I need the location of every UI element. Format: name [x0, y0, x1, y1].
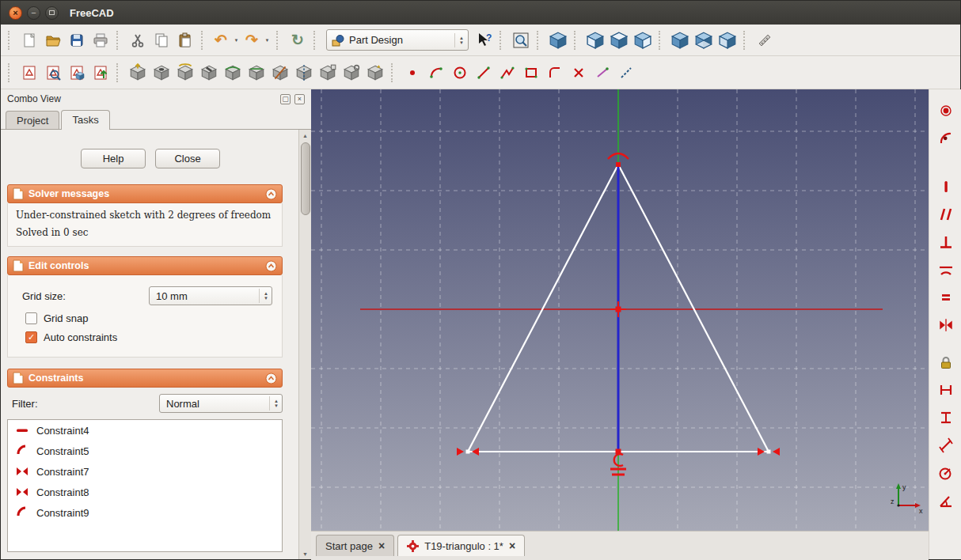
pocket-button[interactable] — [150, 61, 173, 85]
whats-this-button[interactable]: ? — [472, 28, 496, 52]
sketch-rectangle-button[interactable] — [519, 61, 543, 85]
window-maximize-button[interactable] — [45, 6, 59, 20]
bottom-view-button[interactable] — [692, 28, 716, 52]
redo-dropdown-button[interactable]: ▼ — [262, 28, 272, 52]
measure-button[interactable] — [753, 28, 777, 52]
toolbar-drag-handle[interactable] — [116, 63, 120, 82]
constraint-vertical-distance-button[interactable] — [935, 407, 957, 428]
refresh-button[interactable]: ↻ — [286, 28, 310, 52]
constraint-list-item[interactable]: Constraint4 — [8, 420, 282, 441]
tab-start-page[interactable]: Start page × — [316, 535, 394, 556]
constraint-perpendicular-button[interactable] — [935, 232, 957, 252]
map-sketch-button[interactable] — [65, 61, 89, 85]
constraint-radius-button[interactable] — [935, 463, 957, 483]
auto-constraints-checkbox[interactable]: ✓ — [25, 331, 37, 343]
toolbar-drag-handle[interactable] — [537, 31, 541, 50]
multi-transform-button[interactable] — [363, 61, 387, 85]
constraints-header[interactable]: Constraints — [7, 369, 283, 388]
constraint-parallel-button[interactable] — [935, 204, 957, 225]
collapse-button[interactable] — [265, 373, 277, 384]
constraint-angle-button[interactable] — [935, 490, 957, 511]
constraint-coincident-button[interactable] — [935, 100, 957, 121]
polar-pattern-button[interactable] — [340, 61, 363, 85]
grid-size-spinner[interactable]: ▲▼ — [259, 289, 268, 303]
mirrored-button[interactable] — [292, 61, 316, 85]
panel-float-button[interactable]: ▢ — [280, 94, 291, 104]
toolbar-drag-handle[interactable] — [499, 31, 503, 50]
constraint-list-item[interactable]: Constraint5 — [8, 441, 282, 461]
scrollbar-down-button[interactable]: ▼ — [300, 548, 311, 559]
sketch-trim-button[interactable] — [567, 61, 591, 85]
tab-tasks[interactable]: Tasks — [61, 110, 109, 130]
grid-size-dropdown[interactable]: 10 mm ▲▼ — [149, 286, 272, 305]
toolbar-drag-handle[interactable] — [8, 63, 12, 82]
new-document-button[interactable] — [17, 28, 41, 52]
constraint-lock-button[interactable] — [935, 352, 957, 373]
tab-document-t19-triangulo[interactable]: T19-triangulo : 1* × — [397, 535, 525, 556]
panel-close-button[interactable]: × — [294, 94, 305, 104]
revolution-button[interactable] — [173, 61, 197, 85]
constraint-point-on-object-button[interactable] — [935, 128, 957, 149]
grid-snap-checkbox[interactable] — [25, 312, 37, 324]
edit-sketch-button[interactable] — [41, 61, 65, 85]
save-button[interactable] — [65, 28, 89, 52]
sketch-point-button[interactable] — [401, 61, 424, 85]
constraint-tangent-button[interactable] — [935, 259, 957, 280]
close-task-button[interactable]: Close — [155, 149, 220, 168]
window-close-button[interactable]: × — [9, 6, 22, 20]
pad-button[interactable] — [126, 61, 150, 85]
sketch-polyline-button[interactable] — [496, 61, 519, 85]
close-tab-icon[interactable]: × — [378, 540, 385, 551]
toolbar-drag-handle[interactable] — [659, 31, 663, 50]
create-sketch-button[interactable] — [17, 61, 41, 85]
external-geometry-button[interactable] — [591, 61, 614, 85]
tab-project[interactable]: Project — [6, 111, 59, 129]
paste-button[interactable] — [173, 28, 197, 52]
top-view-button[interactable] — [607, 28, 631, 52]
groove-button[interactable] — [197, 61, 221, 85]
help-button[interactable]: Help — [81, 149, 146, 168]
filter-spinner[interactable]: ▲▼ — [269, 396, 279, 411]
linear-pattern-button[interactable] — [316, 61, 340, 85]
scrollbar-up-button[interactable]: ▲ — [300, 130, 311, 141]
fit-all-button[interactable] — [509, 28, 533, 52]
chamfer-button[interactable] — [245, 61, 268, 85]
constraint-distance-button[interactable] — [935, 435, 957, 456]
draft-button[interactable] — [268, 61, 292, 85]
sketch-arc-button[interactable] — [424, 61, 448, 85]
toolbar-drag-handle[interactable] — [116, 31, 120, 50]
open-document-button[interactable] — [41, 28, 65, 52]
collapse-button[interactable] — [265, 260, 277, 272]
solver-messages-header[interactable]: Solver messages — [7, 184, 283, 203]
redo-button[interactable]: ↷ — [241, 29, 262, 51]
cut-button[interactable] — [126, 28, 150, 52]
workbench-selector[interactable]: Part Design ▲▼ — [326, 29, 469, 51]
toolbar-drag-handle[interactable] — [391, 63, 395, 82]
fillet-feature-button[interactable] — [221, 61, 245, 85]
sketch-fillet-button[interactable] — [543, 61, 567, 85]
construction-mode-button[interactable] — [614, 61, 638, 85]
constraint-vertical-button[interactable] — [935, 176, 957, 197]
toolbar-drag-handle[interactable] — [276, 31, 280, 50]
panel-scrollbar[interactable]: ▲ ▼ — [298, 130, 311, 559]
toolbar-drag-handle[interactable] — [8, 31, 12, 50]
constraint-list-item[interactable]: Constraint8 — [8, 482, 282, 502]
copy-button[interactable] — [150, 28, 173, 52]
filter-dropdown[interactable]: Normal ▲▼ — [159, 394, 283, 413]
toolbar-drag-handle[interactable] — [201, 31, 205, 50]
front-view-button[interactable] — [583, 28, 607, 52]
undo-button[interactable]: ↶ — [211, 29, 231, 51]
toolbar-drag-handle[interactable] — [313, 31, 317, 50]
axonometric-view-button[interactable] — [546, 28, 570, 52]
constraint-equal-button[interactable] — [935, 287, 957, 308]
left-view-button[interactable] — [716, 28, 739, 52]
undo-dropdown-button[interactable]: ▼ — [231, 28, 241, 52]
constraint-list-item[interactable]: Constraint9 — [8, 502, 282, 523]
collapse-button[interactable] — [265, 188, 277, 200]
window-minimize-button[interactable]: − — [27, 6, 40, 20]
toolbar-drag-handle[interactable] — [574, 31, 578, 50]
close-tab-icon[interactable]: × — [509, 540, 515, 551]
constraint-symmetric-button[interactable] — [935, 315, 957, 335]
leave-sketch-button[interactable] — [89, 61, 112, 85]
rear-view-button[interactable] — [668, 28, 692, 52]
